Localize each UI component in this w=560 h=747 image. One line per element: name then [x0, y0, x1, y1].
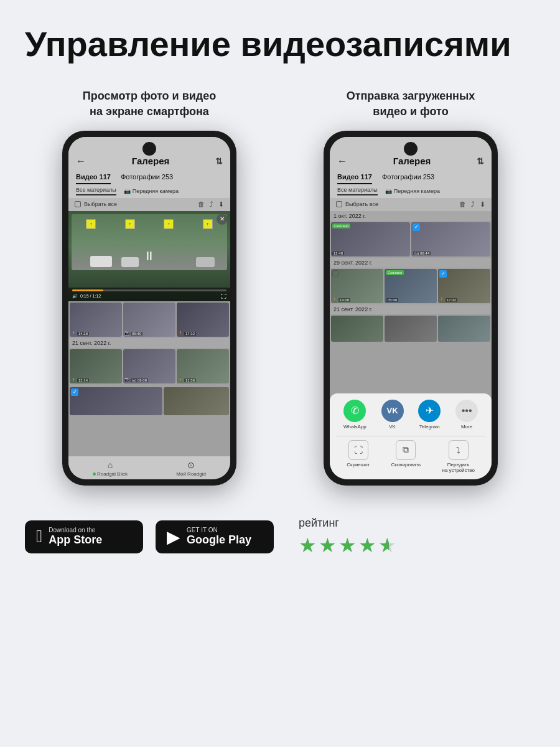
- right-more-label: More: [461, 424, 472, 430]
- right-download-icon[interactable]: ⬇: [480, 200, 485, 209]
- left-thumb-4[interactable]: 🚶 12:14: [70, 349, 122, 383]
- right-filter-all[interactable]: Все материалы: [337, 187, 378, 195]
- left-thumb-1-person-icon: 🚶: [71, 331, 77, 336]
- right-thumb-sep-1-checkbox[interactable]: [332, 270, 338, 276]
- googleplay-small: GET IT ON: [187, 527, 251, 533]
- left-fullscreen-icon[interactable]: ⛶: [221, 293, 226, 299]
- left-thumb-6-person-icon: 🚶: [178, 377, 184, 382]
- right-thumb-s21-1[interactable]: [331, 316, 383, 342]
- left-thumb-7[interactable]: ✓: [70, 387, 162, 415]
- left-filter-front: 📷 Передняя камера: [124, 188, 179, 194]
- left-thumb-1[interactable]: 🚶 14:28: [70, 303, 122, 337]
- left-tab-photos[interactable]: Фотографии 253: [121, 173, 173, 184]
- screenshot-icon[interactable]: ⛶: [348, 440, 368, 460]
- transfer-icon[interactable]: ⤵: [449, 440, 469, 460]
- left-tab-bar: Видео 117 Фотографии 253: [68, 171, 230, 184]
- left-video-player[interactable]: T T T T ⏸: [68, 211, 230, 301]
- left-thumb-2-time: 05:40: [131, 332, 142, 336]
- right-screenshot-label: Скриншот: [347, 462, 370, 467]
- right-share-transfer[interactable]: ⤵ Передатьна устройство: [442, 440, 475, 473]
- right-share-more[interactable]: ••• More: [455, 400, 478, 430]
- right-share-vk[interactable]: VK VK: [381, 400, 404, 430]
- right-tab-video[interactable]: Видео 117: [337, 173, 372, 184]
- appstore-badge[interactable]:  Download on the App Store: [25, 520, 143, 553]
- right-share-copy[interactable]: ⧉ Скопировать: [391, 440, 421, 473]
- left-video-progress[interactable]: [72, 289, 226, 291]
- appstore-big: App Store: [49, 533, 102, 547]
- right-date-3: 21 сент. 2022 г.: [330, 304, 492, 314]
- left-thumb-6-time: 11:56: [184, 378, 196, 382]
- right-thumb-oct-1[interactable]: Скачано 12:48: [331, 222, 410, 256]
- right-thumb-sep-2[interactable]: Скачано 05:40: [385, 269, 437, 303]
- right-share-divider: [336, 436, 485, 436]
- left-date-1: 21 сент. 2022 г.: [68, 338, 230, 348]
- left-bottom-nav: ⌂ Roadgid Blick ⊙ Мой Roadgid: [68, 456, 230, 479]
- left-thumb-2[interactable]: 📷 05:40: [123, 303, 175, 337]
- left-nav-home[interactable]: ⌂ Roadgid Blick: [93, 460, 128, 477]
- left-share-icon[interactable]: ⤴: [210, 200, 213, 209]
- more-icon[interactable]: •••: [455, 400, 478, 422]
- right-thumb-oct-1-time: 12:48: [332, 251, 344, 255]
- left-select-checkbox[interactable]: [75, 201, 81, 207]
- right-share-screenshot[interactable]: ⛶ Скриншот: [347, 440, 370, 473]
- right-thumb-oct-2-checked[interactable]: ✓: [413, 223, 420, 231]
- right-thumb-s21-2[interactable]: [385, 316, 437, 342]
- right-select-checkbox[interactable]: [336, 201, 342, 207]
- left-play-pause-icon[interactable]: ⏸: [143, 249, 156, 263]
- rating-label: рейтинг: [299, 517, 339, 530]
- left-thumb-8[interactable]: [164, 387, 229, 415]
- left-delete-icon[interactable]: 🗑: [198, 200, 205, 209]
- right-telegram-label: Telegram: [419, 424, 440, 430]
- copy-icon[interactable]: ⧉: [396, 440, 416, 460]
- right-share-telegram[interactable]: ✈ Telegram: [418, 400, 441, 430]
- left-filter-all[interactable]: Все материалы: [76, 187, 116, 195]
- left-back-arrow[interactable]: ←: [76, 156, 86, 167]
- right-thumb-sep-1[interactable]: 🚶 14:28: [331, 269, 383, 303]
- right-thumb-oct-2[interactable]: ✓ (o) 06:44: [411, 222, 490, 256]
- right-select-left: Выбрать все: [336, 201, 378, 207]
- left-my-icon: ⊙: [187, 460, 195, 470]
- left-tab-video[interactable]: Видео 117: [76, 173, 111, 184]
- right-share-icon[interactable]: ⤴: [471, 200, 475, 209]
- right-sort-icon[interactable]: ⇅: [477, 156, 484, 166]
- right-thumb-s21-3[interactable]: [438, 316, 490, 342]
- left-close-video-btn[interactable]: ✕: [217, 214, 228, 225]
- right-share-whatsapp[interactable]: ✆ WhatsApp: [343, 400, 366, 430]
- right-phone-notch: [404, 142, 418, 156]
- star-5-half: ★: [378, 533, 396, 557]
- vk-icon[interactable]: VK: [381, 400, 404, 422]
- right-share-sheet: ✆ WhatsApp VK VK ✈ Telegram: [330, 393, 492, 479]
- left-sort-icon[interactable]: ⇅: [215, 156, 223, 166]
- right-filter-front: 📷 Передняя камера: [385, 188, 440, 194]
- left-thumb-row-3: ✓: [68, 386, 230, 414]
- apple-icon: : [36, 527, 42, 547]
- left-nav-dot: [93, 472, 96, 476]
- right-tab-photos[interactable]: Фотографии 253: [382, 173, 434, 184]
- star-4: ★: [358, 533, 376, 557]
- appstore-small: Download on the: [49, 527, 102, 533]
- right-thumb-sep-3[interactable]: ✓ 🚶 17:32: [438, 269, 490, 303]
- left-download-icon[interactable]: ⬇: [218, 200, 224, 209]
- left-thumb-7-checked[interactable]: ✓: [71, 388, 78, 396]
- left-phone-notch: [142, 142, 156, 156]
- left-thumb-3[interactable]: 🚶 17:32: [177, 303, 229, 337]
- left-thumb-4-time: 12:14: [77, 378, 89, 382]
- right-thumb-sep-1-time: 14:28: [338, 298, 350, 302]
- camera-icon: 📷: [124, 188, 131, 194]
- googleplay-badge[interactable]: ▶ GET IT ON Google Play: [156, 520, 274, 553]
- left-thumb-5[interactable]: 📷 (o) 09:08: [123, 349, 175, 383]
- right-back-arrow[interactable]: ←: [337, 156, 347, 167]
- right-delete-icon[interactable]: 🗑: [459, 200, 466, 209]
- right-select-bar: Выбрать все 🗑 ⤴ ⬇: [330, 198, 492, 211]
- whatsapp-icon[interactable]: ✆: [343, 400, 366, 422]
- left-nav-my[interactable]: ⊙ Мой Roadgid: [176, 460, 206, 477]
- left-volume-icon[interactable]: 🔊: [72, 294, 78, 299]
- left-video-time: 0:15 / 1:12: [80, 294, 101, 298]
- left-thumb-6[interactable]: 🚶 11:56: [177, 349, 229, 383]
- right-gallery-title: Галерея: [393, 156, 431, 166]
- right-thumb-sep-3-person-icon: 🚶: [439, 297, 445, 302]
- left-thumb-row-1: 🚶 14:28 📷 05:40 🚶 17:32: [68, 301, 230, 338]
- right-thumb-oct-2-time: (o) 06:44: [413, 251, 431, 255]
- right-thumb-sep-3-checked[interactable]: ✓: [439, 270, 447, 278]
- telegram-icon[interactable]: ✈: [418, 400, 441, 422]
